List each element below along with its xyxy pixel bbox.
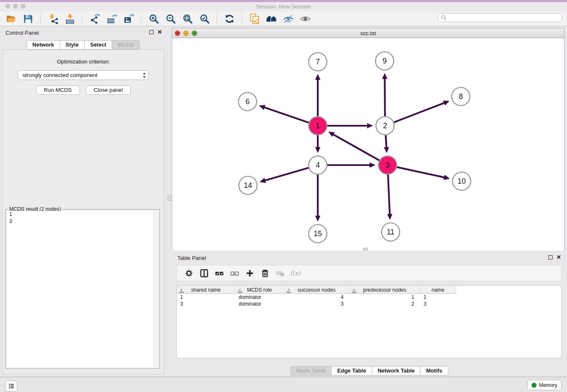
edge-1-4[interactable] bbox=[315, 134, 321, 153]
close-table-panel-icon[interactable]: ✕ bbox=[556, 254, 561, 261]
cell[interactable]: 3 bbox=[420, 301, 456, 307]
duplicate-network-button[interactable] bbox=[248, 12, 261, 25]
cell[interactable]: 3 bbox=[177, 301, 235, 307]
zoom-in-button[interactable] bbox=[147, 12, 160, 25]
node-3[interactable]: 3 bbox=[379, 156, 397, 174]
mcds-result-groupbox: MCDS result (2 nodes) 13 bbox=[6, 209, 160, 369]
node-4[interactable]: 4 bbox=[309, 156, 327, 174]
show-columns-button[interactable] bbox=[198, 267, 210, 279]
criterion-select[interactable]: strongly connected component bbox=[18, 70, 149, 80]
node-8[interactable]: 8 bbox=[452, 88, 470, 106]
export-table-button[interactable] bbox=[105, 12, 118, 25]
column-header-mcds-role[interactable]: MCDS role bbox=[235, 286, 284, 294]
cell[interactable]: 1 bbox=[350, 294, 420, 301]
criterion-value: strongly connected component bbox=[22, 72, 97, 78]
search-box[interactable] bbox=[438, 13, 562, 22]
table-settings-button[interactable] bbox=[183, 267, 195, 279]
edge-3-11[interactable] bbox=[387, 173, 393, 220]
node-label: 7 bbox=[316, 58, 320, 66]
add-row-button[interactable] bbox=[244, 267, 256, 279]
node-7[interactable]: 7 bbox=[309, 53, 327, 71]
show-all-windows-icon bbox=[266, 14, 277, 24]
node-label: 6 bbox=[245, 97, 250, 106]
edge-3-10[interactable] bbox=[395, 167, 450, 180]
zoom-fit-button[interactable] bbox=[181, 12, 194, 25]
tab-network[interactable]: Network bbox=[27, 40, 60, 50]
edge-4-15[interactable] bbox=[315, 173, 321, 222]
edge-2-8[interactable] bbox=[392, 100, 449, 123]
show-all-windows-button[interactable] bbox=[265, 12, 278, 25]
cell[interactable]: 1 bbox=[420, 294, 456, 301]
mcds-result-list[interactable]: 13 bbox=[7, 211, 159, 367]
horizontal-splitter-handle[interactable] bbox=[363, 248, 368, 251]
hide-selected-button[interactable] bbox=[282, 12, 295, 25]
cell[interactable]: 2 bbox=[350, 301, 420, 307]
tab-select[interactable]: Select bbox=[84, 40, 112, 50]
zoom-out-button[interactable] bbox=[164, 12, 177, 25]
node-11[interactable]: 11 bbox=[382, 223, 400, 241]
cell[interactable]: 4 bbox=[284, 294, 350, 301]
tab-node-table[interactable]: Node Table bbox=[291, 366, 332, 375]
node-10[interactable]: 10 bbox=[453, 172, 471, 190]
run-mcds-button[interactable]: Run MCDS bbox=[36, 86, 80, 95]
edge-2-9[interactable] bbox=[382, 73, 388, 118]
export-network-button[interactable] bbox=[88, 12, 101, 25]
edge-4-3[interactable] bbox=[326, 163, 376, 168]
mcds-result-item[interactable]: 3 bbox=[7, 218, 159, 225]
edge-1-2[interactable] bbox=[326, 123, 373, 129]
memory-button[interactable]: Memory bbox=[527, 380, 561, 390]
table-row[interactable]: 1dominator411 bbox=[177, 294, 561, 301]
column-header-name[interactable]: name bbox=[420, 286, 456, 294]
delete-row-icon bbox=[260, 268, 270, 278]
clear-all-checks-button[interactable] bbox=[228, 267, 240, 279]
node-9[interactable]: 9 bbox=[376, 52, 394, 70]
task-history-button[interactable] bbox=[5, 381, 17, 392]
edge-1-6[interactable] bbox=[259, 105, 311, 123]
network-window-titlebar[interactable]: ✕ − + scc.txt bbox=[172, 28, 564, 38]
tab-motifs[interactable]: Motifs bbox=[420, 366, 448, 375]
control-panel-tabs: NetworkStyleSelectMCDS bbox=[27, 40, 140, 50]
svg-text:f(x): f(x) bbox=[290, 270, 301, 276]
mcds-result-item[interactable]: 1 bbox=[7, 211, 159, 218]
table-row[interactable]: 3dominator323 bbox=[177, 301, 561, 307]
tab-style[interactable]: Style bbox=[60, 40, 85, 50]
edge-3-1[interactable] bbox=[328, 132, 381, 161]
cell[interactable]: dominator bbox=[235, 294, 284, 301]
export-image-button[interactable] bbox=[122, 12, 135, 25]
import-network-button[interactable] bbox=[47, 12, 59, 25]
float-panel-icon[interactable] bbox=[149, 30, 154, 34]
node-14[interactable]: 14 bbox=[239, 177, 257, 195]
node-15[interactable]: 15 bbox=[309, 225, 327, 243]
vertical-splitter-handle[interactable] bbox=[168, 195, 171, 201]
search-input[interactable] bbox=[447, 14, 561, 22]
edge-2-3[interactable] bbox=[384, 133, 389, 153]
close-panel-icon[interactable]: ✕ bbox=[157, 29, 162, 36]
cell[interactable]: 3 bbox=[284, 301, 350, 307]
node-2[interactable]: 2 bbox=[376, 117, 394, 135]
select-all-checks-button[interactable] bbox=[213, 267, 225, 279]
cell[interactable]: 1 bbox=[177, 294, 235, 301]
column-header-shared-name[interactable]: shared name bbox=[177, 286, 235, 294]
edge-1-7[interactable] bbox=[315, 74, 321, 118]
network-canvas[interactable]: 1234678910111415 bbox=[172, 38, 564, 251]
import-table-button[interactable] bbox=[63, 12, 76, 25]
node-1[interactable]: 1 bbox=[309, 117, 327, 135]
zoom-selected-button[interactable] bbox=[198, 12, 211, 25]
edge-4-14[interactable] bbox=[259, 167, 310, 183]
tab-edge-table[interactable]: Edge Table bbox=[331, 366, 372, 375]
delete-row-button[interactable] bbox=[259, 267, 271, 279]
column-header-successor-nodes[interactable]: successor nodes bbox=[284, 286, 350, 294]
float-table-panel-icon[interactable] bbox=[548, 255, 553, 259]
column-header-predecessor-nodes[interactable]: predecessor nodes bbox=[350, 286, 420, 294]
cell[interactable]: dominator bbox=[235, 301, 284, 307]
tab-network-table[interactable]: Network Table bbox=[372, 366, 421, 375]
tab-mcds[interactable]: MCDS bbox=[112, 40, 140, 50]
node-6[interactable]: 6 bbox=[239, 93, 257, 111]
apply-layout-button[interactable] bbox=[223, 12, 236, 25]
open-session-button[interactable] bbox=[5, 12, 17, 25]
mcds-result-scrollbar[interactable] bbox=[154, 211, 159, 367]
save-session-button[interactable] bbox=[22, 12, 34, 25]
add-row-icon bbox=[245, 268, 255, 278]
table-panel: Table Panel ✕ f(x) shared nameMCDS roles… bbox=[172, 251, 567, 377]
close-panel-button[interactable]: Close panel bbox=[86, 86, 131, 95]
